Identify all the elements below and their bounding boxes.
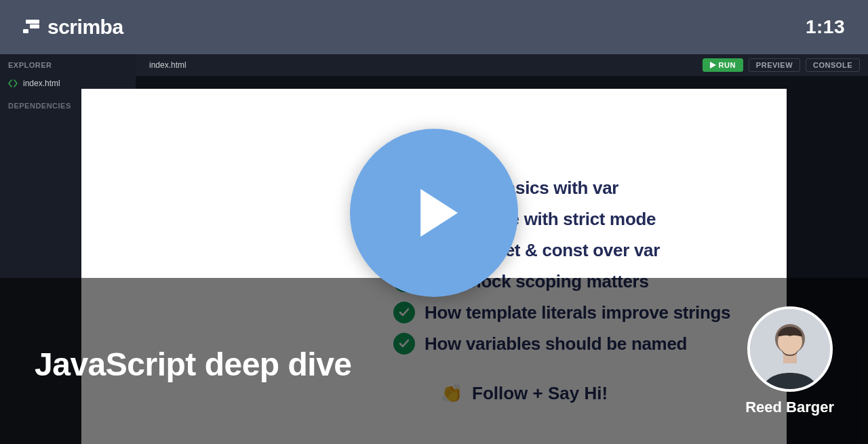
run-button[interactable]: RUN	[703, 58, 743, 72]
preview-label: PREVIEW	[756, 61, 793, 69]
editor-tabbar: index.html RUN PREVIEW CONSOLE	[136, 54, 868, 77]
author-avatar[interactable]	[747, 306, 833, 392]
video-timestamp: 1:13	[806, 16, 845, 38]
svg-rect-0	[23, 29, 28, 33]
avatar-placeholder-icon	[750, 309, 830, 389]
play-small-icon	[710, 62, 716, 68]
check-circle-icon	[393, 302, 415, 323]
check-circle-icon	[393, 333, 415, 355]
brand-name: scrimba	[47, 16, 123, 39]
list-item: How template literals improve strings	[393, 302, 730, 323]
topbar: scrimba 1:13	[0, 0, 868, 54]
tab-active-file[interactable]: index.html	[149, 60, 186, 70]
file-label: index.html	[23, 79, 60, 88]
play-button[interactable]	[350, 129, 518, 297]
clap-emoji-icon: 👏	[441, 383, 462, 404]
explorer-header: EXPLORER	[0, 54, 136, 76]
play-icon	[397, 176, 471, 250]
svg-rect-1	[30, 24, 39, 28]
course-title: JavaScript deep dive	[35, 346, 352, 383]
brand-logo[interactable]: scrimba	[23, 16, 123, 39]
follow-text: Follow + Say Hi!	[472, 383, 608, 404]
console-button[interactable]: CONSOLE	[806, 58, 860, 72]
run-label: RUN	[719, 61, 736, 69]
slide-text: How variables should be named	[425, 334, 687, 355]
code-icon	[8, 79, 18, 87]
author-name: Reed Barger	[745, 399, 834, 416]
console-label: CONSOLE	[813, 61, 852, 69]
preview-button[interactable]: PREVIEW	[749, 58, 800, 72]
slide-text: How template literals improve strings	[425, 302, 730, 323]
author-block: Reed Barger	[745, 306, 834, 416]
brand-logo-icon	[23, 20, 41, 35]
follow-row: 👏 Follow + Say Hi!	[441, 383, 730, 404]
svg-rect-2	[26, 20, 39, 24]
list-item: How variables should be named	[393, 333, 730, 355]
